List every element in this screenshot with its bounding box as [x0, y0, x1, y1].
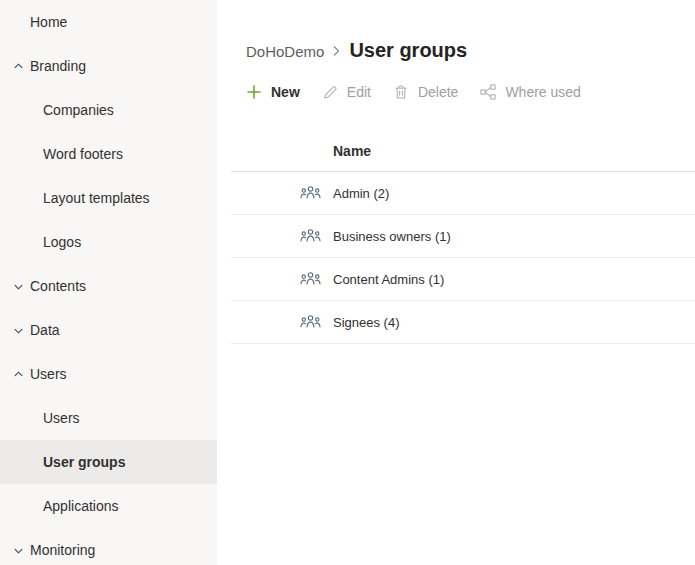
chevron-down-icon	[12, 324, 25, 337]
sidebar-item-label: Contents	[30, 278, 86, 294]
sidebar-item-label: Word footers	[43, 146, 123, 162]
table-row[interactable]: Content Admins (1)	[231, 258, 695, 301]
sidebar-item-label: Users	[30, 366, 67, 382]
row-name: Admin (2)	[333, 186, 389, 201]
sidebar-item-label: Users	[43, 410, 80, 426]
sidebar-item-label: Companies	[43, 102, 114, 118]
trash-icon	[393, 84, 409, 100]
breadcrumb: DoHoDemo User groups	[246, 39, 467, 62]
where-used-button[interactable]: Where used	[480, 84, 580, 100]
people-group-icon	[300, 314, 321, 331]
chevron-up-icon	[12, 368, 25, 381]
sidebar-item-user-groups[interactable]: User groups	[0, 440, 217, 484]
plus-icon	[246, 84, 262, 100]
row-name: Signees (4)	[333, 315, 399, 330]
sidebar-item-label: Home	[30, 14, 67, 30]
sidebar-item-label: Logos	[43, 234, 81, 250]
delete-button[interactable]: Delete	[393, 84, 458, 100]
chevron-right-icon	[333, 45, 340, 57]
command-bar: New Edit	[246, 80, 581, 104]
sidebar: Home Branding Companies Word footers Lay…	[0, 0, 217, 565]
table-row[interactable]: Signees (4)	[231, 301, 695, 344]
chevron-down-icon	[12, 280, 25, 293]
delete-button-label: Delete	[418, 84, 458, 100]
sidebar-item-label: Monitoring	[30, 542, 95, 558]
pencil-icon	[322, 84, 338, 100]
sidebar-item-branding[interactable]: Branding	[0, 44, 217, 88]
app-window: Home Branding Companies Word footers Lay…	[0, 0, 695, 565]
sidebar-item-word-footers[interactable]: Word footers	[0, 132, 217, 176]
row-name: Business owners (1)	[333, 229, 451, 244]
user-groups-table: Name Admin (2)	[231, 130, 695, 344]
edit-button-label: Edit	[347, 84, 371, 100]
sidebar-item-applications[interactable]: Applications	[0, 484, 217, 528]
sidebar-item-label: Applications	[43, 498, 119, 514]
sidebar-item-label: User groups	[43, 454, 125, 470]
chevron-spacer	[12, 16, 25, 29]
sidebar-item-home[interactable]: Home	[0, 0, 217, 44]
row-name: Content Admins (1)	[333, 272, 444, 287]
page-title: User groups	[349, 39, 467, 62]
sidebar-item-logos[interactable]: Logos	[0, 220, 217, 264]
where-used-button-label: Where used	[505, 84, 580, 100]
sidebar-item-users[interactable]: Users	[0, 352, 217, 396]
sidebar-item-users-sub[interactable]: Users	[0, 396, 217, 440]
sidebar-item-label: Data	[30, 322, 60, 338]
chevron-up-icon	[12, 60, 25, 73]
edit-button[interactable]: Edit	[322, 84, 371, 100]
chevron-down-icon	[12, 544, 25, 557]
sidebar-item-layout-templates[interactable]: Layout templates	[0, 176, 217, 220]
sidebar-item-label: Branding	[30, 58, 86, 74]
new-button[interactable]: New	[246, 84, 300, 100]
table-header-row: Name	[231, 130, 695, 172]
people-group-icon	[300, 228, 321, 245]
main-content: DoHoDemo User groups New	[217, 0, 695, 565]
people-group-icon	[300, 185, 321, 202]
where-used-icon	[480, 84, 496, 100]
sidebar-item-monitoring[interactable]: Monitoring	[0, 528, 217, 565]
new-button-label: New	[271, 84, 300, 100]
sidebar-item-label: Layout templates	[43, 190, 150, 206]
table-row[interactable]: Business owners (1)	[231, 215, 695, 258]
sidebar-item-contents[interactable]: Contents	[0, 264, 217, 308]
sidebar-item-companies[interactable]: Companies	[0, 88, 217, 132]
people-group-icon	[300, 271, 321, 288]
breadcrumb-parent[interactable]: DoHoDemo	[246, 43, 324, 60]
column-header-name[interactable]: Name	[333, 143, 371, 159]
sidebar-item-data[interactable]: Data	[0, 308, 217, 352]
table-row[interactable]: Admin (2)	[231, 172, 695, 215]
